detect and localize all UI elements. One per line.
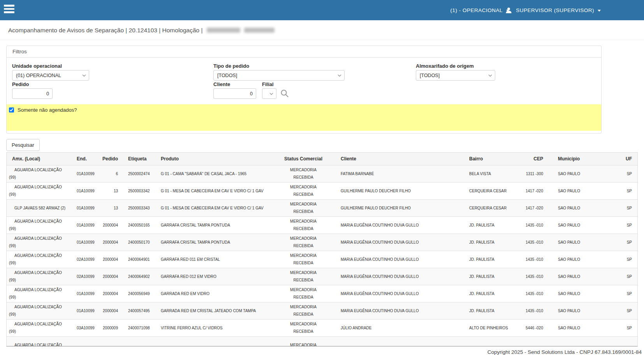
table-cell: 2000009 — [101, 319, 120, 336]
table-cell: GLP JAVAES 582 ARMAZ (2) — [7, 199, 73, 216]
unidade-operacional-select[interactable]: (01) OPERACIONAL — [12, 70, 89, 81]
table-cell: GUILHERME PAULO DEUCHER FILHO — [334, 182, 463, 199]
table-cell — [334, 336, 463, 346]
somente-nao-agendados-label[interactable]: Somente não agendados? — [18, 107, 77, 113]
chevron-down-icon — [488, 74, 492, 77]
redacted-text — [207, 28, 240, 33]
table-cell: 2400064901 — [120, 251, 155, 268]
user-menu[interactable]: SUPERVISOR (SUPERVISOR) — [505, 0, 601, 20]
chevron-down-icon — [269, 93, 273, 95]
table-cell: MERCADORIA RECEBIDA — [272, 234, 334, 251]
table-cell: 2000004 — [101, 234, 120, 251]
almoxarifado-de-origem-label: Almoxarifado de origem — [416, 63, 474, 69]
cliente-label: Cliente — [213, 81, 230, 87]
table-cell: 1435 -010 — [514, 285, 545, 302]
table-cell: 2400071098 — [120, 319, 155, 336]
results-table-container: Amx. (Local)End.PedidoEtiquetaProdutoSta… — [6, 152, 638, 346]
table-cell: GARRAFA CRISTAL TAMPA PONTUDA — [155, 216, 272, 234]
table-cell: GARRAFA RED 012 EM VIDRO — [155, 268, 272, 285]
table-cell: GUILHERME PAULO DEUCHER FILHO — [334, 199, 463, 216]
results-table: Amx. (Local)End.PedidoEtiquetaProdutoSta… — [7, 153, 637, 346]
table-cell: 01A10099 — [73, 165, 101, 182]
cliente-input[interactable] — [213, 88, 256, 99]
table-cell: 03A10099 — [73, 319, 101, 336]
table-cell: JD. PAULISTA — [463, 302, 514, 319]
table-row[interactable]: AGUARDA LOCALIZAÇÃO (99)01A1009962500002… — [7, 165, 637, 182]
table-cell: 1435 -010 — [514, 216, 545, 234]
table-cell: MARIA EUGÊNIA COUTINHO DUVA GULLO — [334, 251, 463, 268]
table-row[interactable]: AGUARDA LOCALIZAÇÃO (99)02A1009920000042… — [7, 251, 637, 268]
table-cell: AGUARDA LOCALIZAÇÃO (99) — [7, 302, 73, 319]
table-cell: JD. PAULISTA — [463, 234, 514, 251]
table-cell: SAO PAULO — [545, 199, 592, 216]
table-cell: 02A10099 — [73, 251, 101, 268]
table-cell: AGUARDA LOCALIZAÇÃO (99) — [7, 285, 73, 302]
table-row[interactable]: AGUARDA LOCALIZAÇÃO (99)03A1009920000092… — [7, 319, 637, 336]
table-row[interactable]: AGUARDA LOCALIZAÇÃO (99)01A1009920000042… — [7, 216, 637, 234]
pedido-input[interactable] — [12, 88, 53, 99]
somente-nao-agendados-checkbox[interactable] — [9, 107, 14, 112]
table-row[interactable]: AGUARDA LOCALIZAÇÃO (99)01A1009913250000… — [7, 182, 637, 199]
search-icon[interactable] — [280, 89, 289, 98]
table-cell: MERCADORIA RECEBIDA — [272, 285, 334, 302]
table-cell: 13 — [101, 199, 120, 216]
table-row[interactable]: AGUARDA LOCALIZAÇÃOMERCADORIA — [7, 336, 637, 346]
column-header: Cliente — [334, 153, 463, 165]
column-header: UF — [592, 153, 637, 165]
almoxarifado-de-origem-select[interactable]: [TODOS] — [416, 70, 495, 81]
table-cell: 01A10099 — [73, 234, 101, 251]
table-cell: MERCADORIA RECEBIDA — [272, 165, 334, 182]
table-row[interactable]: AGUARDA LOCALIZAÇÃO (99)01A1009920000042… — [7, 234, 637, 251]
table-cell: 02A10099 — [73, 268, 101, 285]
column-header: CEP — [514, 153, 545, 165]
table-cell: JÚLIO ANDRADE — [334, 319, 463, 336]
table-cell — [514, 336, 545, 346]
table-row[interactable]: GLP JAVAES 582 ARMAZ (2)01A1009913250000… — [7, 199, 637, 216]
table-cell — [73, 336, 101, 346]
table-cell: 2400050170 — [120, 234, 155, 251]
title-bar: Acompanhamento de Avisos de Separação | … — [0, 20, 644, 40]
table-cell: MARIA EUGÊNIA COUTINHO DUVA GULLO — [334, 285, 463, 302]
table-cell: SAO PAULO — [545, 302, 592, 319]
table-cell: GARRADA RED EM CRISTAL JATEADO COM TAMPA — [155, 302, 272, 319]
copyright-text: Copyright 2025 - Send Solutions Ltda - C… — [487, 349, 642, 355]
table-cell: ALTO DE PINHEIROS — [463, 319, 514, 336]
highlight-band: Somente não agendados? — [7, 104, 601, 131]
column-header: Produto — [155, 153, 272, 165]
table-cell: VITRINE FERRO AZUL C/ VIDROS — [155, 319, 272, 336]
table-cell: MERCADORIA RECEBIDA — [272, 302, 334, 319]
filial-select[interactable] — [262, 88, 276, 99]
table-cell: 2500003342 — [120, 182, 155, 199]
table-row[interactable]: AGUARDA LOCALIZAÇÃO (99)01A1009920000042… — [7, 285, 637, 302]
table-cell — [592, 336, 637, 346]
table-cell: 2400064902 — [120, 268, 155, 285]
table-cell: SAO PAULO — [545, 268, 592, 285]
table-row[interactable]: AGUARDA LOCALIZAÇÃO (99)02A1009920000042… — [7, 268, 637, 285]
table-cell: 13 — [101, 182, 120, 199]
table-cell: 1435 -010 — [514, 251, 545, 268]
unidade-operacional-label: Unidade operacional — [12, 63, 62, 69]
table-cell: 2000004 — [101, 216, 120, 234]
column-header: Amx. (Local) — [7, 153, 73, 165]
column-header: Status Comercial — [272, 153, 334, 165]
table-cell — [155, 336, 272, 346]
table-cell — [463, 336, 514, 346]
table-header: Amx. (Local)End.PedidoEtiquetaProdutoSta… — [7, 153, 637, 165]
table-cell: AGUARDA LOCALIZAÇÃO (99) — [7, 216, 73, 234]
table-cell: GARRAFA RED 011 EM CRISTAL — [155, 251, 272, 268]
table-cell: AGUARDA LOCALIZAÇÃO — [7, 336, 73, 346]
table-cell: SP — [592, 302, 637, 319]
table-header-row: Amx. (Local)End.PedidoEtiquetaProdutoSta… — [7, 153, 637, 165]
table-cell: FATIMA BARNABÉ — [334, 165, 463, 182]
table-cell: MERCADORIA RECEBIDA — [272, 216, 334, 234]
table-cell: 1417 -020 — [514, 182, 545, 199]
tipo-de-pedido-select[interactable]: [TODOS] — [213, 70, 345, 81]
column-header: Bairro — [463, 153, 514, 165]
table-cell: 01A10099 — [73, 285, 101, 302]
table-row[interactable]: AGUARDA LOCALIZAÇÃO (99)01A1009920000042… — [7, 302, 637, 319]
search-button[interactable]: Pesquisar — [6, 139, 40, 151]
table-cell: GARRAFA CRISTAL TAMPA PONTUDA — [155, 234, 272, 251]
table-cell: 1435 -010 — [514, 302, 545, 319]
operational-unit-menu[interactable]: (1) - OPERACIONAL — [450, 0, 509, 20]
menu-icon[interactable] — [4, 5, 15, 16]
